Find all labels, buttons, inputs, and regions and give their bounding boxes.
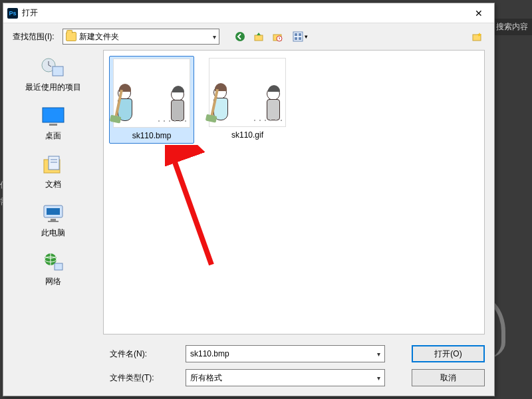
svg-rect-21 <box>48 221 59 222</box>
svg-rect-11 <box>53 66 63 76</box>
svg-rect-19 <box>47 208 60 215</box>
file-list-area[interactable]: sk110.bmp sk110.gif <box>103 50 485 334</box>
file-thumbnail <box>113 59 190 128</box>
filename-combo[interactable]: sk110.bmp ▾ <box>186 345 385 362</box>
svg-rect-13 <box>49 124 57 126</box>
chevron-down-icon: ▾ <box>377 374 380 382</box>
place-label: 此电脑 <box>41 227 65 239</box>
svg-rect-12 <box>43 108 64 122</box>
chevron-down-icon: ▾ <box>377 350 380 358</box>
create-new-folder-button[interactable] <box>470 29 485 44</box>
place-label: 桌面 <box>45 130 61 142</box>
annotation-arrow <box>165 145 225 271</box>
filetype-value: 所有格式 <box>190 372 222 384</box>
documents-icon <box>42 154 65 176</box>
filename-value: sk110.bmp <box>190 349 229 358</box>
lookin-toolbar: 查找范围(I): 新建文件夹 ▾ ▾ <box>3 23 494 50</box>
up-icon <box>253 31 264 42</box>
close-icon: ✕ <box>475 8 483 19</box>
filetype-combo[interactable]: 所有格式 ▾ <box>186 369 385 386</box>
chevron-down-icon: ▾ <box>213 33 216 41</box>
place-label: 网络 <box>45 276 61 287</box>
dialog-title: 打开 <box>22 7 464 19</box>
close-button[interactable]: ✕ <box>464 3 494 23</box>
svg-rect-15 <box>49 156 59 170</box>
place-documents[interactable]: 文档 <box>13 154 93 190</box>
cancel-button[interactable]: 取消 <box>412 369 485 386</box>
filetype-label: 文件类型(T): <box>110 372 176 384</box>
open-button[interactable]: 打开(O) <box>412 345 485 362</box>
photoshop-icon: Ps <box>7 8 18 19</box>
file-name-label: sk110.bmp <box>130 130 174 141</box>
place-network[interactable]: 网络 <box>13 251 93 287</box>
recent-folder-icon <box>272 31 283 42</box>
lookin-label: 查找范围(I): <box>13 31 55 43</box>
filename-label: 文件名(N): <box>110 348 176 360</box>
svg-rect-24 <box>55 263 63 270</box>
svg-line-25 <box>172 153 211 265</box>
place-label: 文档 <box>45 179 61 190</box>
lookin-current-folder: 新建文件夹 <box>79 31 119 43</box>
lookin-combo[interactable]: 新建文件夹 ▾ <box>63 29 220 45</box>
back-icon <box>235 31 245 42</box>
file-name-label: sk110.gif <box>229 130 266 140</box>
bg-search-hint: 搜索内容 <box>492 19 532 35</box>
view-menu-icon <box>293 31 303 42</box>
file-item[interactable]: sk110.gif <box>205 56 290 144</box>
chevron-down-icon: ▾ <box>305 33 308 40</box>
recent-items-icon <box>41 57 66 78</box>
folder-icon <box>66 32 76 41</box>
svg-rect-7 <box>295 37 297 40</box>
view-menu-button[interactable]: ▾ <box>289 29 311 44</box>
svg-rect-6 <box>299 33 301 36</box>
places-bar: 最近使用的项目 桌面 文档 此电脑 <box>3 50 103 338</box>
new-folder-icon <box>471 31 483 42</box>
network-icon <box>41 251 65 273</box>
bottom-controls: 文件名(N): sk110.bmp ▾ 打开(O) 文件类型(T): 所有格式 … <box>3 338 494 396</box>
place-label: 最近使用的项目 <box>25 82 81 93</box>
svg-rect-20 <box>51 219 56 221</box>
up-one-level-button[interactable] <box>251 29 266 44</box>
file-thumbnail <box>209 58 286 127</box>
titlebar: Ps 打开 ✕ <box>3 3 494 23</box>
svg-rect-5 <box>295 33 297 36</box>
desktop-icon <box>41 106 65 126</box>
this-pc-icon <box>41 203 65 224</box>
file-item-selected[interactable]: sk110.bmp <box>109 56 194 144</box>
open-dialog: Ps 打开 ✕ 查找范围(I): 新建文件夹 ▾ ▾ <box>3 3 495 396</box>
cancel-button-label: 取消 <box>440 372 456 384</box>
svg-rect-1 <box>255 35 263 41</box>
place-recent-items[interactable]: 最近使用的项目 <box>13 57 93 93</box>
open-button-label: 打开(O) <box>434 348 462 360</box>
recent-locations-button[interactable] <box>270 29 285 44</box>
place-this-pc[interactable]: 此电脑 <box>13 202 93 239</box>
place-desktop[interactable]: 桌面 <box>13 105 93 142</box>
svg-point-0 <box>235 32 245 41</box>
back-button[interactable] <box>233 29 247 44</box>
svg-rect-8 <box>299 37 301 40</box>
